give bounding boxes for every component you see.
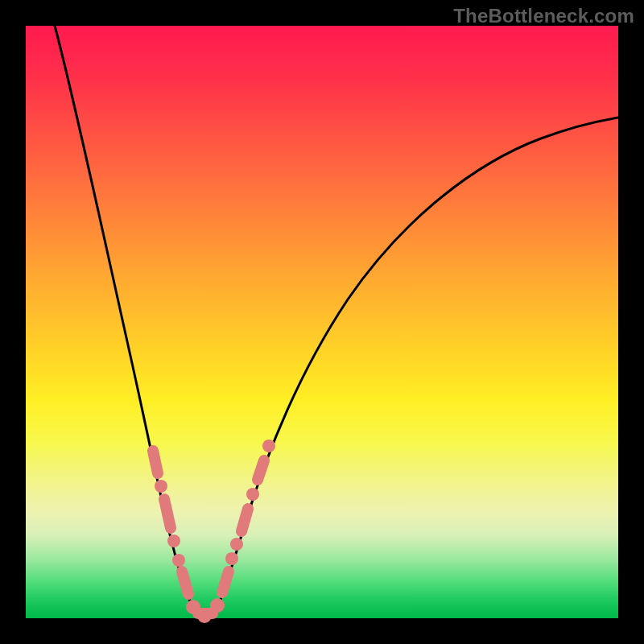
plot-area: [26, 26, 618, 618]
beads-right: [210, 440, 275, 613]
curve-right-branch: [216, 118, 618, 612]
svg-point-7: [230, 538, 243, 551]
beads-left: [153, 451, 200, 614]
svg-point-1: [167, 535, 180, 547]
svg-point-9: [262, 440, 275, 452]
chart-frame: TheBottleneck.com: [0, 0, 644, 644]
svg-point-5: [210, 598, 225, 613]
watermark-text: TheBottleneck.com: [453, 5, 634, 27]
svg-point-0: [155, 480, 167, 493]
svg-point-2: [172, 554, 185, 567]
svg-point-8: [246, 488, 259, 501]
beads-bottom: [197, 609, 213, 623]
svg-point-4: [197, 609, 212, 623]
curve-svg: [26, 26, 618, 618]
svg-point-6: [225, 552, 238, 565]
